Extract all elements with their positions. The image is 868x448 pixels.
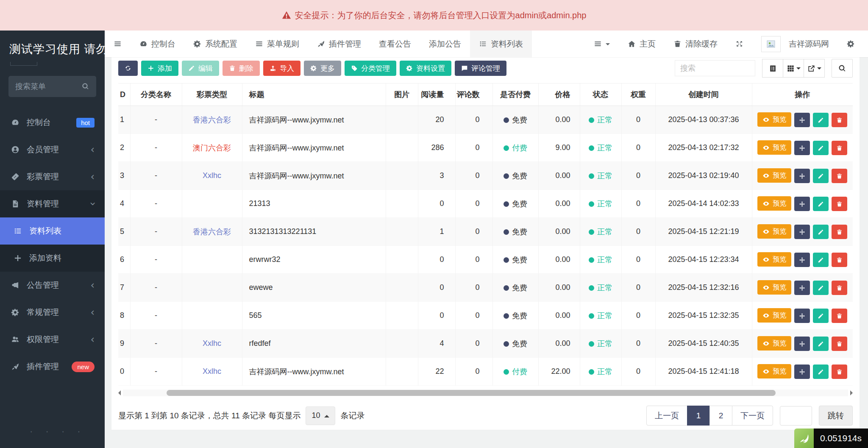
move-button[interactable] [794,225,810,239]
cell-id: 1 [118,106,130,134]
sidebar-item-data[interactable]: 资料管理‹ [0,190,105,217]
scroll-right-arrow-icon[interactable] [850,390,853,395]
sidebar-item-console[interactable]: 控制台hot [0,109,105,136]
page-button-2[interactable]: 2 [709,406,732,426]
grid-view-button[interactable] [783,59,804,78]
move-button[interactable] [794,281,810,295]
move-button[interactable] [794,141,810,155]
gauge-icon [139,40,147,48]
delete-button[interactable] [832,169,847,183]
cell-image [386,134,418,162]
move-button[interactable] [794,253,810,267]
delete-button[interactable] [832,281,847,295]
import-button[interactable]: 导入 [263,61,300,76]
cell-weight: 0 [621,218,655,246]
data-settings-button[interactable]: 资料设置 [400,61,451,76]
sidebar-item-permission[interactable]: 权限管理‹ [0,326,105,353]
edit-button[interactable] [813,309,829,323]
edit-button[interactable] [813,197,829,211]
refresh-button[interactable] [118,61,138,76]
sidebar-item-data-list[interactable]: 资料列表 [0,217,105,245]
tab-data-list[interactable]: 资料列表 [470,31,532,57]
comment-manage-button[interactable]: 评论管理 [455,61,506,76]
site-logo[interactable]: 吉祥源码网 [752,31,838,57]
move-button[interactable] [794,113,810,127]
tab-view-notice[interactable]: 查看公告 [370,31,420,57]
delete-button[interactable] [832,253,847,267]
preview-button[interactable]: 预览 [757,224,791,239]
sidebar-item-members[interactable]: 会员管理‹ [0,136,105,163]
preview-button[interactable]: 预览 [757,140,791,155]
cell-created: 2025-04-13 02:19:40 [655,162,752,190]
edit-button[interactable] [813,225,829,239]
delete-button[interactable] [832,309,847,323]
menu-search-input[interactable] [15,82,82,91]
tab-system-config[interactable]: 系统配置 [184,31,246,57]
scrollbar-track[interactable] [123,390,848,396]
preview-button[interactable]: 预览 [757,364,791,378]
preview-button[interactable]: 预览 [757,336,791,351]
more-button[interactable]: 更多 [304,61,341,76]
sidebar-toggle[interactable] [105,31,131,57]
table-search-input[interactable] [675,60,755,76]
add-button[interactable]: 添加 [141,61,178,76]
page-size-dropdown[interactable]: 10 [306,406,335,425]
clear-cache[interactable]: 清除缓存 [665,31,726,57]
preview-button[interactable]: 预览 [757,308,791,323]
cell-views: 3 [418,162,455,190]
columns-toggle-button[interactable] [762,59,783,78]
scroll-left-arrow-icon[interactable] [118,390,121,395]
sidebar-item-notice[interactable]: 公告管理‹ [0,272,105,299]
tab-plugin[interactable]: 插件管理 [308,31,370,57]
preview-button[interactable]: 预览 [757,112,791,127]
sidebar-item-data-add[interactable]: 添加资料 [0,245,105,272]
sidebar-item-general[interactable]: 常规管理‹ [0,299,105,326]
edit-button[interactable] [813,281,829,295]
gear-icon [10,308,20,317]
prev-page-button[interactable]: 上一页 [646,406,687,426]
move-button[interactable] [794,309,810,323]
edit-button[interactable] [813,337,829,351]
tab-label: 添加公告 [429,39,461,50]
edit-button[interactable]: 编辑 [182,61,219,76]
delete-button[interactable] [832,197,847,211]
scrollbar-thumb[interactable] [167,390,776,396]
preview-button[interactable]: 预览 [757,196,791,211]
settings[interactable] [838,31,864,57]
fullscreen[interactable] [726,31,752,57]
homepage[interactable]: 主页 [619,31,665,57]
edit-button[interactable] [813,141,829,155]
tab-console[interactable]: 控制台 [131,31,184,57]
move-button[interactable] [794,365,810,379]
move-button[interactable] [794,169,810,183]
delete-button[interactable] [832,337,847,351]
jump-button[interactable]: 跳转 [819,406,853,426]
page-button-1[interactable]: 1 [687,406,710,426]
move-button[interactable] [794,197,810,211]
edit-button[interactable] [813,365,829,379]
category-manage-button[interactable]: 分类管理 [345,61,396,76]
export-button[interactable] [804,59,825,78]
search-button[interactable] [832,59,853,78]
sidebar-item-lottery[interactable]: 彩票管理‹ [0,163,105,190]
delete-button[interactable] [832,225,847,239]
tab-menu-rules[interactable]: 菜单规则 [246,31,308,57]
preview-button[interactable]: 预览 [757,252,791,267]
edit-button[interactable] [813,169,829,183]
cell-weight: 0 [621,106,655,134]
sidebar-item-plugin[interactable]: 插件管理new [0,353,105,380]
delete-button[interactable] [832,141,847,155]
edit-button[interactable] [813,253,829,267]
delete-button[interactable] [832,113,847,127]
edit-button[interactable] [813,113,829,127]
tab-add-notice[interactable]: 添加公告 [420,31,470,57]
preview-button[interactable]: 预览 [757,280,791,295]
tabs-dropdown[interactable] [585,31,619,57]
jump-page-input[interactable] [780,406,812,426]
next-page-button[interactable]: 下一页 [732,406,773,426]
delete-button[interactable]: 删除 [223,61,260,76]
move-button[interactable] [794,337,810,351]
horizontal-scrollbar[interactable] [118,389,853,396]
preview-button[interactable]: 预览 [757,168,791,183]
delete-button[interactable] [832,365,847,379]
